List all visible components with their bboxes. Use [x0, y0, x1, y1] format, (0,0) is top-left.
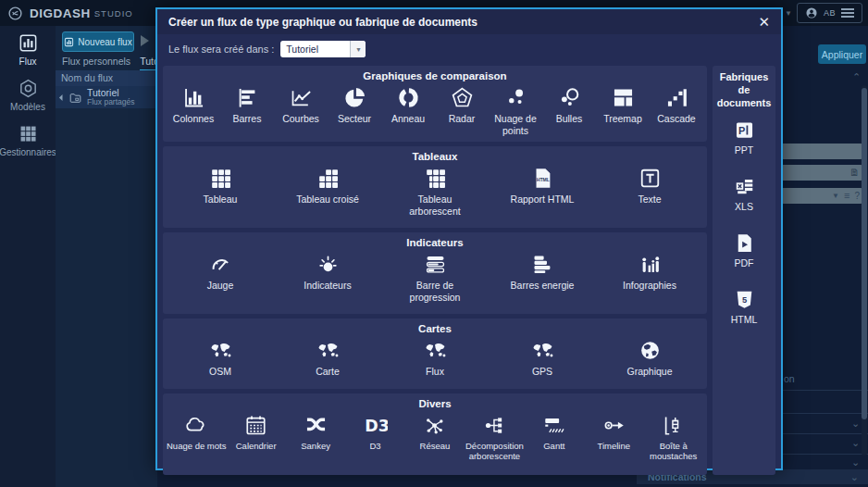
calendar-icon — [243, 411, 268, 440]
help-circle-icon: ? — [854, 190, 860, 202]
divider — [783, 390, 868, 391]
html5-icon: 5 — [733, 288, 756, 311]
bubbles-icon — [557, 83, 582, 112]
world-map-icon — [316, 336, 341, 365]
chart-type-item[interactable]: Gantt — [525, 411, 584, 472]
scatter-icon — [503, 83, 528, 112]
chart-type-label: Tableau — [204, 194, 238, 206]
chart-type-item[interactable]: Tableau — [167, 164, 274, 225]
document-factory-item[interactable]: XLS — [731, 175, 758, 212]
chart-type-item[interactable]: Timeline — [584, 411, 643, 472]
user-avatar-icon — [805, 6, 818, 19]
sidebar-item-gestionnaires[interactable]: Gestionnaires — [0, 117, 56, 162]
target-folder-select[interactable]: Tutoriel ▼ — [280, 41, 366, 57]
chart-type-item[interactable]: Texte — [596, 164, 703, 225]
cross-table-icon — [316, 164, 341, 193]
sidebar-item-label: Gestionnaires — [0, 147, 56, 157]
chart-type-item[interactable]: Graphique — [596, 336, 703, 386]
divider — [783, 413, 868, 414]
tab-flux-personnels[interactable]: Flux personnels — [62, 56, 130, 71]
chart-type-item[interactable]: Nuage de mots — [167, 411, 226, 472]
chart-type-item[interactable]: Cascade — [650, 83, 703, 139]
digdash-studio-window: DIGDASH STUDIO ? ▼ AB Flux Modèles Gesti… — [0, 0, 868, 487]
chart-type-item[interactable]: Nuage de points — [489, 83, 542, 139]
svg-text:5: 5 — [741, 295, 746, 305]
chart-type-label: Timeline — [598, 441, 631, 451]
new-flux-button[interactable]: Nouveau flux — [62, 31, 134, 52]
create-flux-dialog: Créer un flux de type graphique ou fabri… — [155, 7, 783, 470]
chevron-down-icon[interactable]: ⌄ — [851, 457, 860, 467]
chart-type-item[interactable]: Tableau croisé — [274, 164, 381, 225]
chart-type-item[interactable]: D3D3 — [345, 411, 404, 472]
chart-type-label: Rapport HTML — [511, 194, 575, 206]
chart-type-item[interactable]: Secteur — [328, 83, 381, 139]
close-icon[interactable]: ✕ — [758, 15, 770, 29]
flux-icon — [18, 32, 39, 54]
dialog-target-row: Le flux sera créé dans : Tutoriel ▼ — [157, 34, 781, 64]
chart-type-label: Sankey — [301, 441, 330, 451]
chart-type-item[interactable]: Réseau — [405, 411, 465, 472]
chart-type-item[interactable]: Barres energie — [489, 250, 596, 311]
chart-type-item[interactable]: Barre de progression — [381, 250, 489, 311]
user-initials: AB — [824, 8, 836, 18]
indicator-icon — [316, 250, 341, 279]
flux-tree-item[interactable]: Tutoriel Flux partagés — [56, 86, 157, 108]
chart-type-item[interactable]: Carte — [274, 336, 381, 386]
chart-type-item[interactable]: Treemap — [596, 83, 650, 139]
factories-title: Fabriques de documents — [714, 71, 774, 109]
chart-type-item[interactable]: GPS — [489, 336, 596, 386]
chart-type-item[interactable]: HTMLRapport HTML — [489, 164, 596, 225]
clipped-label: on — [784, 373, 795, 384]
chart-type-item[interactable]: Indicateurs — [274, 250, 381, 311]
folder-icon — [65, 91, 82, 105]
chart-type-item[interactable]: Bulles — [542, 83, 596, 139]
chart-type-label: Barre de progression — [398, 280, 472, 303]
apply-button[interactable]: Appliquer — [818, 44, 866, 64]
user-menu[interactable]: AB — [797, 3, 862, 23]
chart-type-item[interactable]: Colonnes — [167, 83, 220, 139]
globe-icon — [638, 336, 663, 365]
chart-type-item[interactable]: Sankey — [286, 411, 345, 472]
chart-type-item[interactable]: Courbes — [274, 83, 328, 139]
left-nav-rail: Flux Modèles Gestionnaires — [0, 26, 56, 487]
chevron-down-icon[interactable]: ⌄ — [851, 418, 860, 428]
chevron-down-icon: ⌄ — [850, 472, 859, 481]
chart-type-item[interactable]: OSM — [167, 336, 274, 386]
html-report-icon: HTML — [530, 164, 555, 193]
gantt-icon — [541, 411, 566, 440]
target-folder-value: Tutoriel — [280, 41, 350, 57]
document-factory-item[interactable]: PPPT — [731, 119, 758, 156]
chevron-down-icon[interactable]: ⌄ — [851, 438, 860, 447]
chart-type-item[interactable]: Barres — [220, 83, 274, 139]
play-icon[interactable] — [141, 35, 149, 46]
sidebar-item-modeles[interactable]: Modèles — [0, 71, 56, 117]
divider — [783, 454, 868, 455]
document-factory-label: XLS — [735, 201, 753, 212]
document-factory-item[interactable]: PDF — [731, 231, 758, 268]
scrollbar-thumb[interactable] — [862, 88, 867, 419]
chart-type-item[interactable]: Infographies — [596, 250, 703, 311]
chart-type-item[interactable]: Boîte à moustaches — [644, 411, 703, 472]
dialog-title: Créer un flux de type graphique ou fabri… — [168, 16, 477, 29]
chart-type-item[interactable]: Jauge — [167, 250, 274, 311]
file-icon: 🗎 — [849, 167, 860, 179]
chart-section: TableauxTableauTableau croiséTableau arb… — [163, 146, 707, 228]
chart-type-item[interactable]: Décomposition arborescente — [465, 411, 524, 472]
sidebar-item-label: Flux — [19, 56, 37, 67]
chart-type-item[interactable]: Calendrier — [226, 411, 285, 472]
chart-type-item[interactable]: Flux — [381, 336, 489, 386]
chart-type-label: Courbes — [282, 113, 319, 125]
chevron-up-icon[interactable]: ⌃ — [852, 72, 861, 81]
chart-type-item[interactable]: Anneau — [381, 83, 435, 139]
dialog-title-bar: Créer un flux de type graphique ou fabri… — [157, 9, 781, 34]
chart-section-title: Cartes — [167, 323, 703, 334]
progress-bar-icon — [423, 250, 448, 279]
chart-type-item[interactable]: Radar — [435, 83, 489, 139]
chart-type-item[interactable]: Tableau arborescent — [381, 164, 489, 225]
chart-sections: Graphiques de comparaisonColonnesBarresC… — [163, 66, 707, 475]
document-factory-item[interactable]: 5HTML — [731, 288, 758, 325]
sidebar-item-flux[interactable]: Flux — [0, 26, 56, 71]
document-factory-label: PPT — [735, 144, 753, 156]
world-map-icon — [423, 336, 448, 365]
radar-chart-icon — [450, 83, 475, 112]
